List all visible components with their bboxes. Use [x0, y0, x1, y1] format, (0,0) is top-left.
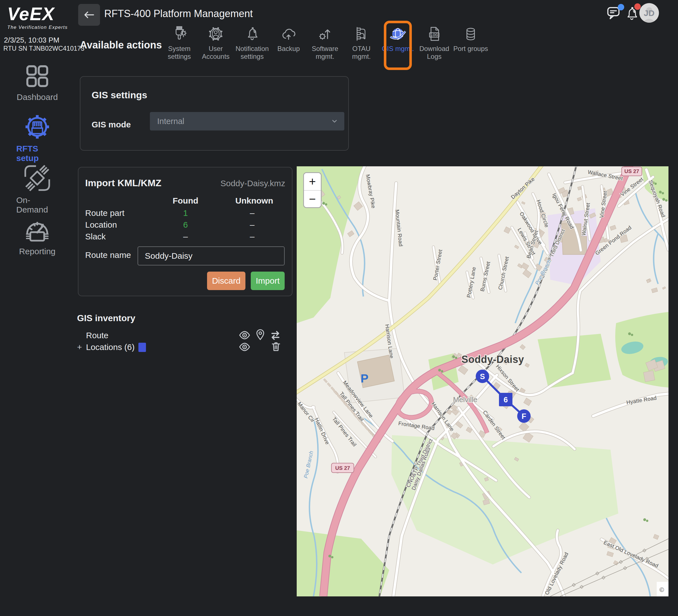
- gis-mode-select[interactable]: Internal: [150, 112, 344, 130]
- available-actions-heading: Available actions: [80, 39, 162, 51]
- action-label: OTAU mgmt.: [343, 45, 380, 60]
- svg-text:LOG: LOG: [430, 33, 438, 37]
- gis-settings-panel: GIS settings GIS mode Internal: [80, 76, 349, 151]
- action-label: GIS mgmt.: [382, 45, 414, 53]
- route-part-unknown: –: [235, 208, 269, 218]
- action-notification-settings[interactable]: Notification settings: [234, 25, 270, 60]
- action-label: Port groups: [453, 45, 488, 53]
- locations-eye-icon[interactable]: [239, 341, 251, 353]
- brand-block: VeEX The Verification Experts: [7, 5, 68, 30]
- gis-inventory-title: GIS inventory: [77, 313, 135, 323]
- slack-unknown: –: [235, 232, 269, 241]
- backup-icon: [280, 25, 297, 43]
- hamlet-label: Melville: [453, 395, 478, 404]
- import-button[interactable]: Import: [251, 272, 285, 290]
- action-system-settings[interactable]: System settings: [161, 25, 197, 60]
- highway-shield: US 27: [622, 167, 642, 176]
- avatar-icon: JD: [639, 3, 659, 23]
- slack-found: –: [169, 232, 202, 241]
- action-label: Notification settings: [234, 45, 270, 60]
- otau-mgmt-icon: [353, 25, 370, 43]
- gis-settings-title: GIS settings: [91, 90, 147, 100]
- action-label: Software mgmt.: [307, 45, 343, 60]
- logo-tagline: The Verification Experts: [7, 25, 68, 30]
- gis-mgmt-icon: [389, 25, 407, 43]
- action-gis-mgmt[interactable]: GIS mgmt.: [380, 25, 416, 60]
- reporting-icon: [22, 214, 52, 244]
- messages-button[interactable]: [606, 5, 624, 24]
- user-avatar[interactable]: JD: [639, 3, 659, 24]
- user-accounts-icon: [207, 25, 224, 43]
- row-label-slack: Slack: [85, 232, 106, 241]
- rfts-setup-icon: [23, 112, 52, 142]
- back-button[interactable]: [78, 4, 100, 26]
- sidebar-item-label: Dashboard: [17, 92, 58, 102]
- inventory-row-route: Route: [86, 329, 108, 341]
- action-label: Download Logs: [416, 45, 452, 60]
- chevron-down-icon: [331, 118, 338, 125]
- svg-text:F: F: [522, 412, 526, 420]
- parking-icon: P: [361, 372, 368, 385]
- zoom-out-button[interactable]: −: [304, 190, 321, 207]
- route-part-found: 1: [169, 208, 202, 218]
- inventory-row-locations[interactable]: + Locations (6): [77, 341, 146, 353]
- action-download-logs[interactable]: LOG Download Logs: [416, 25, 452, 60]
- download-logs-icon: LOG: [425, 25, 443, 43]
- notifications-button[interactable]: [623, 4, 640, 24]
- map-zoom-control: + −: [303, 172, 322, 208]
- route-eye-icon[interactable]: [239, 329, 251, 341]
- svg-text:US 27: US 27: [335, 465, 350, 471]
- town-label: Soddy-Daisy: [461, 354, 524, 365]
- action-software-mgmt[interactable]: Software mgmt.: [307, 25, 343, 60]
- route-name-input[interactable]: [138, 246, 285, 265]
- action-backup[interactable]: Backup: [270, 25, 307, 60]
- action-label: User Accounts: [197, 45, 234, 60]
- sidebar-item-rfts-setup[interactable]: RFTS setup: [16, 112, 58, 163]
- route-location-pin-icon[interactable]: [254, 329, 266, 340]
- svg-text:US 27: US 27: [625, 168, 639, 174]
- sidebar-item-label: On-Demand: [16, 196, 58, 214]
- row-label-route-part: Route part: [85, 208, 124, 218]
- sidebar-item-label: Reporting: [19, 247, 55, 256]
- sidebar-item-dashboard[interactable]: Dashboard: [16, 62, 58, 102]
- route-swap-arrows-icon[interactable]: [269, 329, 281, 341]
- route-name-label: Route name: [85, 250, 131, 260]
- sidebar-item-reporting[interactable]: Reporting: [16, 214, 58, 256]
- action-user-accounts[interactable]: User Accounts: [197, 25, 234, 60]
- action-bar: System settings User Accounts: [161, 25, 489, 60]
- locations-trash-icon[interactable]: [270, 340, 282, 352]
- expand-plus[interactable]: +: [77, 342, 86, 352]
- svg-text:6: 6: [503, 396, 508, 404]
- arrow-left-icon: [82, 8, 96, 22]
- column-found: Found: [169, 196, 202, 206]
- datetime-label: 2/3/25, 10:03 PM: [4, 36, 60, 44]
- discard-button[interactable]: Discard: [207, 272, 246, 290]
- gis-mode-value: Internal: [157, 117, 331, 126]
- location-found: 6: [169, 220, 202, 230]
- highway-shield: US 27: [332, 463, 354, 473]
- import-kml-panel: Import KML/KMZ Soddy-Daisy.kmz Found Unk…: [78, 167, 293, 296]
- sidebar-item-on-demand[interactable]: On-Demand: [16, 163, 58, 214]
- sidebar-item-label: RFTS setup: [16, 144, 58, 163]
- location-unknown: –: [235, 220, 269, 230]
- attribution: ©: [660, 586, 664, 593]
- gis-mode-label: GIS mode: [91, 120, 131, 129]
- column-unknown: Unknown: [235, 196, 269, 206]
- dashboard-icon: [23, 62, 51, 90]
- port-groups-icon: [462, 25, 479, 43]
- action-otau-mgmt[interactable]: OTAU mgmt.: [343, 25, 380, 60]
- import-filename: Soddy-Daisy.kmz: [221, 179, 285, 188]
- svg-text:S: S: [480, 372, 485, 381]
- notification-settings-icon: [243, 25, 261, 43]
- avatar-initials: JD: [644, 8, 654, 17]
- import-title: Import KML/KMZ: [85, 177, 161, 189]
- locations-color-swatch[interactable]: [139, 343, 146, 352]
- action-label: Backup: [277, 45, 300, 53]
- app-root: VeEX The Verification Experts 2/3/25, 10…: [0, 0, 678, 616]
- locations-row-label: Locations (6): [86, 342, 135, 352]
- on-demand-icon: [22, 163, 52, 193]
- software-mgmt-icon: [316, 25, 334, 43]
- map-canvas[interactable]: Mowbray PikeMountain RoadDayton PikeWall…: [297, 166, 669, 597]
- action-port-groups[interactable]: Port groups: [452, 25, 489, 60]
- zoom-in-button[interactable]: +: [304, 173, 321, 190]
